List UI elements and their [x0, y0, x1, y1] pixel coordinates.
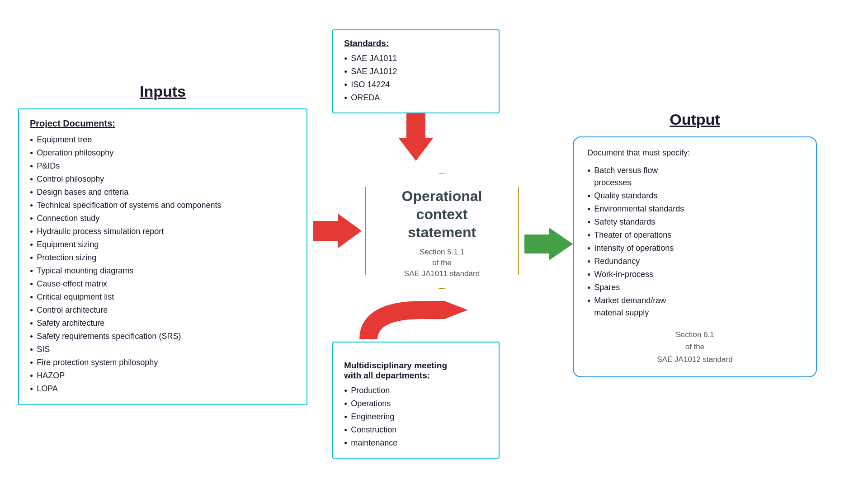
list-item: Environmental standards: [587, 202, 802, 216]
list-item: Batch versus flow processes: [587, 164, 802, 189]
arrow-input-to-operational: [313, 214, 362, 248]
list-item: Safety standards: [587, 216, 802, 229]
list-item: Intensity of operations: [587, 242, 802, 255]
list-item: Typical mounting diagrams: [30, 264, 296, 277]
list-item: maintenance: [344, 436, 488, 450]
operational-subtitle: Section 5.1.1 of the SAE JA1011 standard: [404, 247, 480, 279]
list-item: SAE JA1012: [344, 65, 488, 78]
list-item: Theater of operations: [587, 229, 802, 242]
arrow-standards-down: [399, 113, 433, 161]
operational-row: Operational context statement Section 5.…: [307, 173, 524, 289]
list-item: Operations: [344, 397, 488, 410]
arrow-multi-to-operational: [332, 301, 500, 342]
list-item: HAZOP: [30, 369, 296, 382]
project-docs-box: Project Documents: Equipment tree Operat…: [18, 108, 307, 405]
output-title: Output: [670, 111, 720, 128]
list-item: Market demand/raw material supply: [587, 294, 802, 319]
list-item: SAE JA1011: [344, 52, 488, 65]
main-layout: Inputs Project Documents: Equipment tree…: [18, 14, 850, 474]
list-item: Cause-effect matrix: [30, 277, 296, 291]
output-section: Output Document that must specify: Batch…: [573, 111, 817, 377]
list-item: Protection sizing: [30, 251, 296, 264]
svg-marker-0: [444, 301, 468, 319]
green-arrow-right: [524, 228, 573, 260]
list-item: Design bases and criteria: [30, 186, 296, 199]
standards-list: SAE JA1011 SAE JA1012 ISO 14224 OREDA: [344, 52, 488, 104]
list-item: Technical specification of systems and c…: [30, 199, 296, 212]
list-item: Hydraulic process simulation report: [30, 225, 296, 238]
list-item: Production: [344, 384, 488, 397]
middle-section: Standards: SAE JA1011 SAE JA1012 ISO 142…: [307, 29, 524, 459]
list-item: Work-in-process: [587, 268, 802, 281]
list-item: Equipment tree: [30, 133, 296, 146]
output-box: Document that must specify: Batch versus…: [573, 136, 817, 377]
list-item: Control philosophy: [30, 173, 296, 186]
list-item: Safety requirements specification (SRS): [30, 330, 296, 343]
list-item: OREDA: [344, 91, 488, 104]
output-section-ref: Section 6.1 of the SAE JA1012 standard: [587, 328, 802, 366]
list-item: ISO 14224: [344, 78, 488, 91]
output-intro: Document that must specify:: [587, 148, 802, 158]
list-item: Fire protection system philosophy: [30, 356, 296, 369]
list-item: Critical equipment list: [30, 291, 296, 304]
multidisciplinary-box: Multidisciplinary meeting with all depar…: [332, 342, 500, 459]
list-item: Spares: [587, 281, 802, 294]
output-list: Batch versus flow processes Quality stan…: [587, 164, 802, 319]
list-item: Quality standards: [587, 189, 802, 202]
list-item: Operation philosophy: [30, 146, 296, 160]
list-item: Engineering: [344, 410, 488, 423]
list-item: Control architecture: [30, 304, 296, 317]
list-item: LOPA: [30, 382, 296, 395]
project-docs-title: Project Documents:: [30, 118, 296, 129]
standards-box: Standards: SAE JA1011 SAE JA1012 ISO 142…: [332, 29, 500, 113]
list-item: SIS: [30, 343, 296, 356]
operational-box: Operational context statement Section 5.…: [365, 173, 519, 289]
inputs-title: Inputs: [140, 83, 186, 100]
multi-area: Multidisciplinary meeting with all depar…: [307, 301, 524, 459]
list-item: Redundancy: [587, 255, 802, 268]
list-item: Construction: [344, 423, 488, 436]
list-item: Connection study: [30, 212, 296, 225]
operational-title: Operational context statement: [402, 187, 482, 241]
list-item: Safety architecture: [30, 317, 296, 330]
list-item: P&IDs: [30, 160, 296, 173]
standards-area: Standards: SAE JA1011 SAE JA1012 ISO 142…: [307, 29, 524, 161]
inputs-section: Inputs Project Documents: Equipment tree…: [18, 83, 307, 405]
multi-list: Production Operations Engineering Constr…: [344, 384, 488, 450]
list-item: Equipment sizing: [30, 238, 296, 251]
standards-title: Standards:: [344, 38, 488, 48]
multi-title: Multidisciplinary meeting with all depar…: [344, 351, 488, 380]
project-docs-list: Equipment tree Operation philosophy P&ID…: [30, 133, 296, 395]
